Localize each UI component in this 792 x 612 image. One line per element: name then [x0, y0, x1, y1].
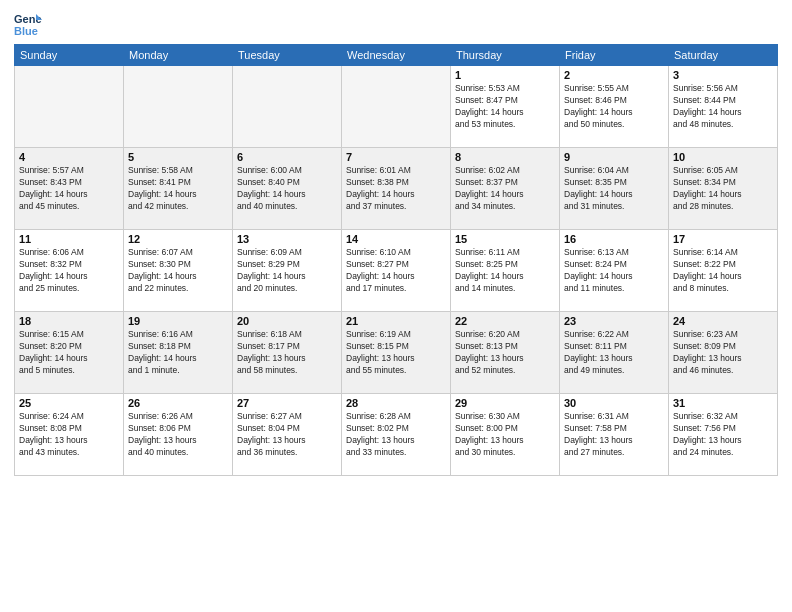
- logo: General Blue: [14, 10, 42, 38]
- day-detail: Sunrise: 6:09 AM Sunset: 8:29 PM Dayligh…: [237, 247, 337, 295]
- logo-icon: General Blue: [14, 10, 42, 38]
- day-cell: 31Sunrise: 6:32 AM Sunset: 7:56 PM Dayli…: [669, 394, 778, 476]
- weekday-sunday: Sunday: [15, 45, 124, 66]
- day-cell: 1Sunrise: 5:53 AM Sunset: 8:47 PM Daylig…: [451, 66, 560, 148]
- day-detail: Sunrise: 5:58 AM Sunset: 8:41 PM Dayligh…: [128, 165, 228, 213]
- day-detail: Sunrise: 5:56 AM Sunset: 8:44 PM Dayligh…: [673, 83, 773, 131]
- day-number: 31: [673, 397, 773, 409]
- day-detail: Sunrise: 5:55 AM Sunset: 8:46 PM Dayligh…: [564, 83, 664, 131]
- day-number: 3: [673, 69, 773, 81]
- week-row-2: 4Sunrise: 5:57 AM Sunset: 8:43 PM Daylig…: [15, 148, 778, 230]
- weekday-wednesday: Wednesday: [342, 45, 451, 66]
- day-detail: Sunrise: 6:16 AM Sunset: 8:18 PM Dayligh…: [128, 329, 228, 377]
- day-cell: 25Sunrise: 6:24 AM Sunset: 8:08 PM Dayli…: [15, 394, 124, 476]
- calendar-table: SundayMondayTuesdayWednesdayThursdayFrid…: [14, 44, 778, 476]
- day-detail: Sunrise: 6:20 AM Sunset: 8:13 PM Dayligh…: [455, 329, 555, 377]
- day-detail: Sunrise: 6:28 AM Sunset: 8:02 PM Dayligh…: [346, 411, 446, 459]
- week-row-5: 25Sunrise: 6:24 AM Sunset: 8:08 PM Dayli…: [15, 394, 778, 476]
- day-number: 25: [19, 397, 119, 409]
- day-number: 15: [455, 233, 555, 245]
- weekday-thursday: Thursday: [451, 45, 560, 66]
- svg-text:Blue: Blue: [14, 25, 38, 37]
- day-cell: 13Sunrise: 6:09 AM Sunset: 8:29 PM Dayli…: [233, 230, 342, 312]
- day-number: 28: [346, 397, 446, 409]
- day-number: 9: [564, 151, 664, 163]
- day-number: 8: [455, 151, 555, 163]
- day-detail: Sunrise: 6:04 AM Sunset: 8:35 PM Dayligh…: [564, 165, 664, 213]
- day-number: 26: [128, 397, 228, 409]
- weekday-saturday: Saturday: [669, 45, 778, 66]
- day-cell: [124, 66, 233, 148]
- day-cell: 11Sunrise: 6:06 AM Sunset: 8:32 PM Dayli…: [15, 230, 124, 312]
- day-detail: Sunrise: 6:06 AM Sunset: 8:32 PM Dayligh…: [19, 247, 119, 295]
- day-number: 27: [237, 397, 337, 409]
- weekday-tuesday: Tuesday: [233, 45, 342, 66]
- day-cell: 28Sunrise: 6:28 AM Sunset: 8:02 PM Dayli…: [342, 394, 451, 476]
- day-number: 17: [673, 233, 773, 245]
- day-number: 16: [564, 233, 664, 245]
- day-detail: Sunrise: 5:53 AM Sunset: 8:47 PM Dayligh…: [455, 83, 555, 131]
- day-detail: Sunrise: 6:15 AM Sunset: 8:20 PM Dayligh…: [19, 329, 119, 377]
- day-number: 1: [455, 69, 555, 81]
- day-cell: 3Sunrise: 5:56 AM Sunset: 8:44 PM Daylig…: [669, 66, 778, 148]
- day-number: 14: [346, 233, 446, 245]
- day-cell: 12Sunrise: 6:07 AM Sunset: 8:30 PM Dayli…: [124, 230, 233, 312]
- day-cell: 29Sunrise: 6:30 AM Sunset: 8:00 PM Dayli…: [451, 394, 560, 476]
- day-detail: Sunrise: 6:24 AM Sunset: 8:08 PM Dayligh…: [19, 411, 119, 459]
- day-detail: Sunrise: 6:22 AM Sunset: 8:11 PM Dayligh…: [564, 329, 664, 377]
- day-cell: 5Sunrise: 5:58 AM Sunset: 8:41 PM Daylig…: [124, 148, 233, 230]
- day-number: 6: [237, 151, 337, 163]
- day-number: 7: [346, 151, 446, 163]
- day-number: 11: [19, 233, 119, 245]
- day-cell: 6Sunrise: 6:00 AM Sunset: 8:40 PM Daylig…: [233, 148, 342, 230]
- day-cell: 20Sunrise: 6:18 AM Sunset: 8:17 PM Dayli…: [233, 312, 342, 394]
- day-number: 2: [564, 69, 664, 81]
- day-detail: Sunrise: 6:00 AM Sunset: 8:40 PM Dayligh…: [237, 165, 337, 213]
- week-row-1: 1Sunrise: 5:53 AM Sunset: 8:47 PM Daylig…: [15, 66, 778, 148]
- day-number: 13: [237, 233, 337, 245]
- day-number: 18: [19, 315, 119, 327]
- day-cell: 27Sunrise: 6:27 AM Sunset: 8:04 PM Dayli…: [233, 394, 342, 476]
- day-detail: Sunrise: 6:11 AM Sunset: 8:25 PM Dayligh…: [455, 247, 555, 295]
- day-detail: Sunrise: 6:27 AM Sunset: 8:04 PM Dayligh…: [237, 411, 337, 459]
- page-header: General Blue: [14, 10, 778, 38]
- day-detail: Sunrise: 6:32 AM Sunset: 7:56 PM Dayligh…: [673, 411, 773, 459]
- day-cell: 2Sunrise: 5:55 AM Sunset: 8:46 PM Daylig…: [560, 66, 669, 148]
- day-cell: 24Sunrise: 6:23 AM Sunset: 8:09 PM Dayli…: [669, 312, 778, 394]
- day-detail: Sunrise: 6:05 AM Sunset: 8:34 PM Dayligh…: [673, 165, 773, 213]
- day-number: 21: [346, 315, 446, 327]
- day-detail: Sunrise: 6:23 AM Sunset: 8:09 PM Dayligh…: [673, 329, 773, 377]
- day-number: 24: [673, 315, 773, 327]
- day-cell: 7Sunrise: 6:01 AM Sunset: 8:38 PM Daylig…: [342, 148, 451, 230]
- day-detail: Sunrise: 6:07 AM Sunset: 8:30 PM Dayligh…: [128, 247, 228, 295]
- day-cell: 18Sunrise: 6:15 AM Sunset: 8:20 PM Dayli…: [15, 312, 124, 394]
- weekday-header-row: SundayMondayTuesdayWednesdayThursdayFrid…: [15, 45, 778, 66]
- day-number: 5: [128, 151, 228, 163]
- day-detail: Sunrise: 6:10 AM Sunset: 8:27 PM Dayligh…: [346, 247, 446, 295]
- day-detail: Sunrise: 6:18 AM Sunset: 8:17 PM Dayligh…: [237, 329, 337, 377]
- week-row-4: 18Sunrise: 6:15 AM Sunset: 8:20 PM Dayli…: [15, 312, 778, 394]
- weekday-friday: Friday: [560, 45, 669, 66]
- day-detail: Sunrise: 5:57 AM Sunset: 8:43 PM Dayligh…: [19, 165, 119, 213]
- day-detail: Sunrise: 6:02 AM Sunset: 8:37 PM Dayligh…: [455, 165, 555, 213]
- day-number: 10: [673, 151, 773, 163]
- day-number: 30: [564, 397, 664, 409]
- day-cell: 8Sunrise: 6:02 AM Sunset: 8:37 PM Daylig…: [451, 148, 560, 230]
- day-cell: [233, 66, 342, 148]
- day-cell: 19Sunrise: 6:16 AM Sunset: 8:18 PM Dayli…: [124, 312, 233, 394]
- day-cell: 23Sunrise: 6:22 AM Sunset: 8:11 PM Dayli…: [560, 312, 669, 394]
- day-cell: 16Sunrise: 6:13 AM Sunset: 8:24 PM Dayli…: [560, 230, 669, 312]
- week-row-3: 11Sunrise: 6:06 AM Sunset: 8:32 PM Dayli…: [15, 230, 778, 312]
- day-cell: 21Sunrise: 6:19 AM Sunset: 8:15 PM Dayli…: [342, 312, 451, 394]
- day-detail: Sunrise: 6:14 AM Sunset: 8:22 PM Dayligh…: [673, 247, 773, 295]
- day-cell: 9Sunrise: 6:04 AM Sunset: 8:35 PM Daylig…: [560, 148, 669, 230]
- day-detail: Sunrise: 6:19 AM Sunset: 8:15 PM Dayligh…: [346, 329, 446, 377]
- weekday-monday: Monday: [124, 45, 233, 66]
- day-number: 29: [455, 397, 555, 409]
- day-detail: Sunrise: 6:01 AM Sunset: 8:38 PM Dayligh…: [346, 165, 446, 213]
- day-number: 12: [128, 233, 228, 245]
- day-cell: 26Sunrise: 6:26 AM Sunset: 8:06 PM Dayli…: [124, 394, 233, 476]
- day-cell: 17Sunrise: 6:14 AM Sunset: 8:22 PM Dayli…: [669, 230, 778, 312]
- day-number: 19: [128, 315, 228, 327]
- day-number: 4: [19, 151, 119, 163]
